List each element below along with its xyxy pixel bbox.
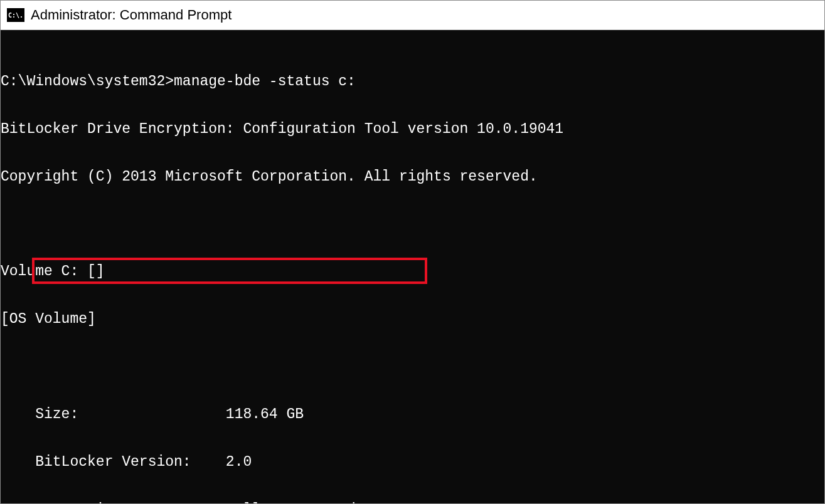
- conv-status-label: Conversion Status:: [1, 501, 226, 503]
- window-title: Administrator: Command Prompt: [31, 7, 232, 23]
- bl-version-label: BitLocker Version:: [1, 454, 226, 470]
- size-label: Size:: [1, 406, 226, 423]
- copyright-line: Copyright (C) 2013 Microsoft Corporation…: [1, 165, 824, 189]
- conv-status-value: Fully Encrypted: [226, 501, 356, 503]
- volume-line: Volume C: []: [1, 260, 824, 284]
- bitlocker-version-line: BitLocker Version: 2.0: [1, 451, 824, 475]
- bl-version-value: 2.0: [226, 454, 252, 470]
- size-line: Size: 118.64 GB: [1, 403, 824, 427]
- tool-header-line: BitLocker Drive Encryption: Configuratio…: [1, 118, 824, 142]
- prompt: C:\Windows\system32>: [1, 73, 174, 90]
- terminal-output[interactable]: C:\Windows\system32>manage-bde -status c…: [1, 30, 824, 503]
- volume-type-line: [OS Volume]: [1, 308, 824, 332]
- window-titlebar[interactable]: C:\. Administrator: Command Prompt: [1, 1, 824, 30]
- blank-line: [1, 355, 824, 379]
- command-text: manage-bde -status c:: [174, 73, 356, 90]
- prompt-line: C:\Windows\system32>manage-bde -status c…: [1, 70, 824, 94]
- cmd-icon: C:\.: [7, 8, 24, 22]
- conversion-status-line: Conversion Status: Fully Encrypted: [1, 498, 824, 503]
- blank-line: [1, 213, 824, 237]
- size-value: 118.64 GB: [226, 406, 304, 423]
